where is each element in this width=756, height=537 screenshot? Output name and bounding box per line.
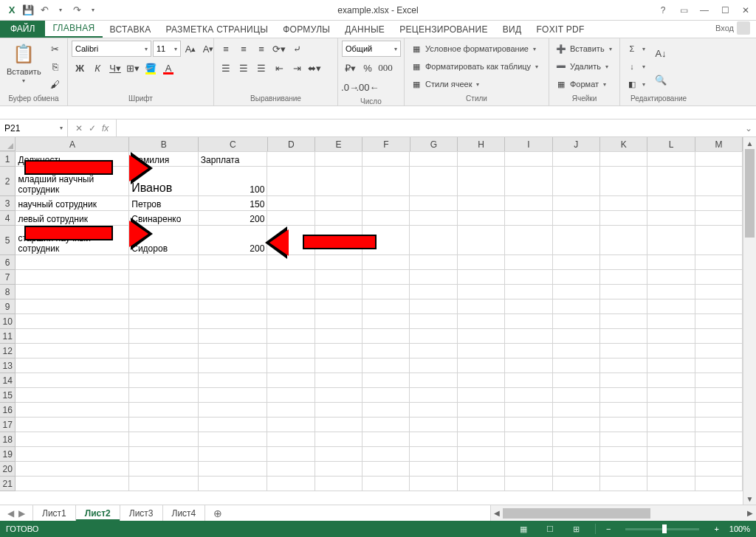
- cell-D4[interactable]: [267, 211, 315, 226]
- close-icon[interactable]: ✕: [735, 1, 756, 19]
- cell-D1[interactable]: [267, 152, 315, 167]
- cell-G15[interactable]: [410, 388, 457, 403]
- cell-E14[interactable]: [315, 373, 362, 388]
- row-header-9[interactable]: 9: [0, 299, 16, 314]
- cell-F7[interactable]: [362, 270, 410, 285]
- cell-D14[interactable]: [267, 373, 315, 388]
- scroll-thumb[interactable]: [503, 508, 650, 519]
- cell-J21[interactable]: [553, 477, 600, 491]
- cell-F11[interactable]: [362, 329, 410, 344]
- row-header-12[interactable]: 12: [0, 344, 16, 358]
- cell-M21[interactable]: [695, 477, 743, 491]
- cell-J14[interactable]: [553, 373, 600, 388]
- autosum-button[interactable]: Σ▾: [624, 41, 647, 57]
- vertical-scrollbar[interactable]: ▲ ▼: [743, 137, 756, 505]
- cell-J9[interactable]: [553, 299, 600, 314]
- cell-L16[interactable]: [647, 403, 695, 418]
- cell-G6[interactable]: [410, 255, 457, 270]
- cell-L17[interactable]: [647, 418, 695, 432]
- conditional-formatting-button[interactable]: ▦Условное форматирование▾: [408, 41, 540, 57]
- cell-K13[interactable]: [600, 358, 647, 373]
- column-header-K[interactable]: K: [600, 137, 647, 151]
- cell-C6[interactable]: [199, 255, 268, 270]
- cell-J1[interactable]: [553, 152, 600, 167]
- cell-B10[interactable]: [129, 314, 199, 329]
- tab-home[interactable]: ГЛАВНАЯ: [45, 20, 102, 38]
- cell-J6[interactable]: [553, 255, 600, 270]
- cell-I17[interactable]: [505, 418, 552, 432]
- minimize-icon[interactable]: —: [694, 1, 715, 19]
- cell-E2[interactable]: [315, 167, 362, 196]
- cell-K19[interactable]: [600, 447, 647, 462]
- column-header-M[interactable]: M: [695, 137, 743, 151]
- prev-sheet-icon[interactable]: ◀: [7, 508, 14, 519]
- cell-M7[interactable]: [695, 270, 743, 285]
- cell-I11[interactable]: [505, 329, 552, 344]
- cell-I7[interactable]: [505, 270, 552, 285]
- cell-M1[interactable]: [695, 152, 743, 167]
- cell-I21[interactable]: [505, 477, 552, 491]
- cell-L18[interactable]: [647, 432, 695, 447]
- font-color-icon[interactable]: A: [160, 60, 176, 76]
- cell-L6[interactable]: [647, 255, 695, 270]
- row-header-1[interactable]: 1: [0, 152, 16, 167]
- zoom-out-button[interactable]: −: [606, 524, 611, 533]
- column-header-L[interactable]: L: [647, 137, 695, 151]
- cell-E9[interactable]: [315, 299, 362, 314]
- cell-B7[interactable]: [129, 270, 199, 285]
- wrap-text-icon[interactable]: ⤶: [289, 41, 305, 57]
- scroll-up-icon[interactable]: ▲: [743, 137, 756, 149]
- paste-button[interactable]: 📋 Вставить ▾: [4, 41, 44, 86]
- font-name-combo[interactable]: Calibri▾: [72, 41, 151, 57]
- column-header-D[interactable]: D: [268, 137, 315, 151]
- cell-E10[interactable]: [315, 314, 362, 329]
- cell-J19[interactable]: [553, 447, 600, 462]
- cell-M15[interactable]: [695, 388, 743, 403]
- cell-C1[interactable]: Зарплата: [199, 152, 268, 167]
- cell-B15[interactable]: [129, 388, 199, 403]
- cell-I14[interactable]: [505, 373, 552, 388]
- cell-G12[interactable]: [410, 344, 457, 358]
- cell-F19[interactable]: [362, 447, 410, 462]
- cell-G4[interactable]: [410, 211, 457, 226]
- cell-H14[interactable]: [458, 373, 505, 388]
- font-size-combo[interactable]: 11▾: [153, 41, 181, 57]
- cell-H1[interactable]: [458, 152, 505, 167]
- cell-C7[interactable]: [199, 270, 268, 285]
- cell-L3[interactable]: [647, 196, 695, 211]
- fill-button[interactable]: ↓▾: [624, 58, 647, 75]
- cell-E7[interactable]: [315, 270, 362, 285]
- format-as-table-button[interactable]: ▦Форматировать как таблицу▾: [408, 58, 540, 75]
- increase-font-icon[interactable]: A▴: [182, 41, 199, 57]
- cell-C15[interactable]: [199, 388, 268, 403]
- cell-F12[interactable]: [362, 344, 410, 358]
- cell-F21[interactable]: [362, 477, 410, 491]
- column-header-J[interactable]: J: [553, 137, 600, 151]
- cell-B21[interactable]: [129, 477, 199, 491]
- cell-L9[interactable]: [647, 299, 695, 314]
- cell-I6[interactable]: [505, 255, 552, 270]
- cell-I1[interactable]: [505, 152, 552, 167]
- cell-M4[interactable]: [695, 211, 743, 226]
- format-painter-icon[interactable]: 🖌: [47, 76, 63, 92]
- clear-button[interactable]: ◧▾: [624, 76, 647, 92]
- row-header-6[interactable]: 6: [0, 255, 16, 270]
- cell-K7[interactable]: [600, 270, 647, 285]
- cell-I19[interactable]: [505, 447, 552, 462]
- decrease-indent-icon[interactable]: ⇤: [271, 60, 287, 76]
- cell-E19[interactable]: [315, 447, 362, 462]
- cell-A6[interactable]: [16, 255, 129, 270]
- cell-L14[interactable]: [647, 373, 695, 388]
- cell-M19[interactable]: [695, 447, 743, 462]
- row-header-5[interactable]: 5: [0, 226, 16, 255]
- italic-button[interactable]: К: [89, 60, 106, 76]
- cell-H10[interactable]: [458, 314, 505, 329]
- cell-C11[interactable]: [199, 329, 268, 344]
- cell-J10[interactable]: [553, 314, 600, 329]
- cell-H16[interactable]: [458, 403, 505, 418]
- cell-K20[interactable]: [600, 462, 647, 477]
- cell-D11[interactable]: [267, 329, 315, 344]
- sheet-tab-4[interactable]: Лист4: [163, 505, 206, 521]
- cell-J3[interactable]: [553, 196, 600, 211]
- align-right-icon[interactable]: ☰: [253, 60, 269, 76]
